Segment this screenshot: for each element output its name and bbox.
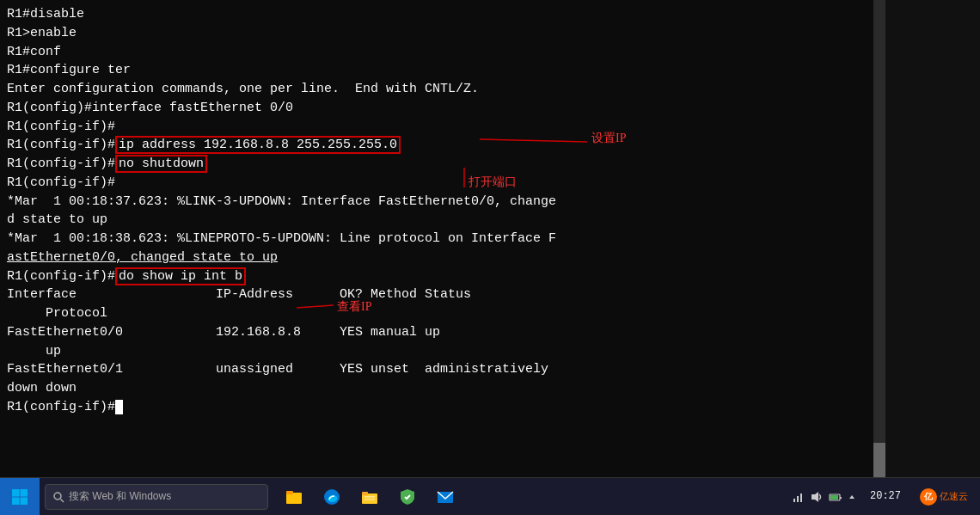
terminal-line-shutdown: R1(config-if)#no shutdown [7, 155, 879, 174]
svg-rect-5 [12, 497, 20, 505]
terminal-line: up [7, 342, 879, 361]
taskbar-icon-security[interactable] [390, 480, 425, 514]
terminal-line: Interface IP-Address OK? Method Status [7, 285, 879, 304]
terminal-line: Enter configuration commands, one per li… [7, 80, 879, 99]
terminal-line: d state to up [7, 211, 879, 230]
svg-rect-3 [12, 489, 20, 497]
taskbar-icon-email[interactable] [428, 480, 462, 514]
search-label: 搜索 Web 和 Windows [69, 489, 171, 504]
annotation-view-ip: 查看IP [337, 299, 371, 315]
tray-expand-icon[interactable] [848, 493, 856, 501]
scrollbar-thumb[interactable] [873, 443, 885, 477]
svg-rect-13 [362, 492, 368, 495]
svg-rect-19 [800, 494, 802, 502]
right-panel [885, 0, 980, 477]
terminal-line: R1#configure ter [7, 61, 879, 80]
svg-rect-22 [840, 497, 842, 499]
annotation-open-port: 打开端口 [469, 175, 517, 190]
svg-rect-4 [21, 489, 28, 497]
terminal-window: R1#disable R1>enable R1#conf R1#configur… [0, 0, 885, 477]
svg-rect-6 [21, 497, 28, 505]
terminal-line: *Mar 1 00:18:38.623: %LINEPROTO-5-UPDOWN… [7, 230, 879, 248]
svg-line-8 [61, 499, 64, 502]
battery-icon [829, 490, 842, 504]
terminal-line: R1#conf [7, 43, 879, 62]
folder-icon [285, 487, 303, 506]
shield-icon [398, 487, 417, 506]
terminal-line: *Mar 1 00:18:37.623: %LINK-3-UPDOWN: Int… [7, 193, 879, 212]
speaker-icon [810, 490, 824, 504]
terminal-line: down down [7, 379, 879, 398]
svg-point-7 [54, 493, 61, 500]
terminal-line: R1#disable [7, 5, 879, 24]
terminal-line: R1(config-if)# [7, 174, 879, 193]
yiyun-label: 亿速云 [940, 490, 968, 503]
windows-icon [11, 488, 28, 506]
taskbar-icon-folder[interactable] [352, 480, 387, 514]
clock-time: 20:27 [870, 490, 901, 504]
scrollbar[interactable] [873, 0, 885, 477]
search-icon [52, 491, 64, 503]
taskbar-icons [277, 480, 462, 514]
edge-icon [322, 487, 341, 506]
mail-icon [436, 487, 455, 506]
svg-marker-20 [812, 492, 818, 502]
clock: 20:27 [863, 490, 908, 504]
svg-marker-24 [849, 495, 854, 499]
annotation-set-ip: 设置IP [591, 131, 626, 146]
start-button[interactable] [0, 478, 40, 516]
yiyun-logo-icon: 亿 [920, 488, 937, 506]
svg-rect-14 [364, 496, 375, 498]
terminal-line: Protocol [7, 304, 879, 323]
svg-rect-18 [797, 496, 799, 502]
taskbar: 搜索 Web 和 Windows [0, 477, 980, 515]
terminal-line: R1(config)#interface fastEthernet 0/0 [7, 99, 879, 118]
svg-rect-23 [830, 495, 838, 500]
terminal-line-prompt: R1(config-if)# [7, 398, 879, 417]
terminal-line: R1(config-if)# [7, 118, 879, 137]
terminal-line: FastEthernet0/1 unassigned YES unset adm… [7, 360, 879, 379]
network-icon [791, 490, 805, 504]
system-tray [791, 490, 856, 504]
terminal-line: R1>enable [7, 24, 879, 43]
svg-rect-15 [364, 499, 375, 500]
taskbar-right: 20:27 亿 亿速云 [791, 488, 980, 506]
terminal-line-show: R1(config-if)#do show ip int b [7, 267, 879, 286]
taskbar-icon-filemanager[interactable] [277, 480, 311, 514]
svg-rect-10 [286, 491, 293, 494]
terminal-line-ip: R1(config-if)#ip address 192.168.8.8 255… [7, 136, 879, 155]
taskbar-icon-browser[interactable] [315, 480, 349, 514]
terminal-line: FastEthernet0/0 192.168.8.8 YES manual u… [7, 323, 879, 342]
explorer-icon [360, 487, 379, 506]
taskbar-search[interactable]: 搜索 Web 和 Windows [45, 484, 268, 510]
terminal-line: astEthernet0/0, changed state to up [7, 248, 879, 267]
yiyun-logo: 亿 亿速云 [915, 488, 973, 506]
svg-rect-17 [793, 499, 795, 502]
